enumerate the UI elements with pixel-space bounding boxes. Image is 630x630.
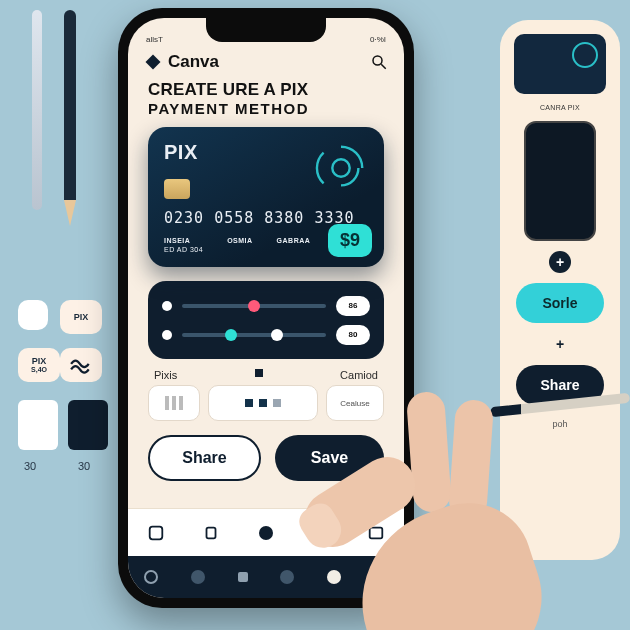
side-panel: CANRA PIX + Sorle + Share poh [500, 20, 620, 560]
side-caption: CANRA PIX [540, 104, 580, 111]
tool-layers-icon[interactable] [198, 520, 224, 546]
action-row: Share Save [128, 421, 404, 489]
tool-color-icon[interactable] [253, 520, 279, 546]
mini-palette[interactable] [208, 385, 318, 421]
tool-effects-icon[interactable] [308, 520, 334, 546]
card-meta-1: INSEIA [164, 237, 203, 244]
desk-num-left: 30 [24, 460, 36, 472]
slider-1[interactable]: 86 [162, 296, 370, 316]
save-button[interactable]: Save [275, 435, 384, 481]
bottom-nav [128, 556, 404, 598]
title-line-2: PAYMENT METHOD [148, 100, 384, 117]
side-thumb-phone[interactable] [524, 121, 596, 241]
card-digits-2: 0558 [214, 209, 254, 227]
page-title: CREATE URE A PIX PAYMENT METHOD [128, 78, 404, 127]
fingerprint-icon [312, 139, 370, 197]
slider-1-knob[interactable] [248, 300, 260, 312]
slider-1-start-icon [162, 301, 172, 311]
pencil-prop [64, 10, 76, 200]
nav-dot-6[interactable] [374, 570, 388, 584]
side-sorle-button[interactable]: Sorle [516, 283, 604, 323]
svg-point-7 [319, 531, 323, 535]
status-right: 0·%I [370, 35, 386, 44]
side-thumb-card[interactable] [514, 34, 606, 94]
label-mid-icon [255, 369, 263, 377]
slider-2-track[interactable] [182, 333, 326, 337]
side-add-button[interactable]: + [549, 251, 571, 273]
side-plus-icon[interactable]: + [549, 333, 571, 355]
sliders-panel: 86 80 [148, 281, 384, 359]
status-left: allsT [146, 35, 163, 44]
pen-prop [32, 10, 42, 210]
desk-tag-light [18, 400, 58, 450]
desk-chip-pix-2: PIX S,4O [18, 348, 60, 382]
desk-chip-pix-2-sub: S,4O [31, 366, 47, 373]
phone-frame: allsT 0·%I Canva CREATE URE A PIX PAYMEN… [118, 8, 414, 608]
desk-tag-dark [68, 400, 108, 450]
slider-2-knob-b[interactable] [271, 329, 283, 341]
svg-point-5 [259, 526, 273, 540]
svg-rect-8 [370, 527, 383, 538]
title-line-1: CREATE URE A PIX [148, 80, 384, 100]
mini-cealuse-label: Cealuse [340, 399, 369, 408]
editor-toolbar [128, 508, 404, 556]
card-holder: ED AD 304 [164, 246, 203, 253]
mini-cealuse[interactable]: Cealuse [326, 385, 384, 421]
svg-rect-3 [149, 526, 162, 539]
labels-row: Pixis Camiod [128, 359, 404, 385]
slider-1-track[interactable] [182, 304, 326, 308]
desk-chip-wave [60, 348, 102, 382]
svg-point-0 [373, 56, 382, 65]
svg-rect-4 [206, 527, 215, 538]
desk-chip-blank [18, 300, 48, 330]
phone-notch [206, 18, 326, 42]
nav-dot-5[interactable] [327, 570, 341, 584]
top-bar: Canva [128, 46, 404, 78]
slider-2[interactable]: 80 [162, 325, 370, 345]
card-number: 0230 0558 8380 3330 [164, 209, 355, 227]
search-icon[interactable] [370, 53, 388, 71]
tool-shapes-icon[interactable] [143, 520, 169, 546]
brand-name: Canva [168, 52, 219, 72]
phone-screen: allsT 0·%I Canva CREATE URE A PIX PAYMEN… [128, 18, 404, 598]
svg-point-2 [332, 159, 349, 176]
card-meta-2: OSMIA [227, 237, 252, 244]
pix-card[interactable]: PIX 0230 0558 8380 3330 INSEIAED AD 304 … [148, 127, 384, 267]
svg-line-1 [381, 64, 386, 69]
card-chip-icon [164, 179, 190, 199]
slider-2-start-icon [162, 330, 172, 340]
tool-more-icon[interactable] [363, 520, 389, 546]
desk-chip-pix-2-label: PIX [32, 357, 47, 366]
card-price-badge: $9 [328, 224, 372, 257]
desk-num-right: 30 [78, 460, 90, 472]
side-foot-label: poh [552, 419, 567, 429]
mini-swatch[interactable] [148, 385, 200, 421]
card-digits-3: 8380 [264, 209, 304, 227]
nav-dot-1[interactable] [144, 570, 158, 584]
slider-2-value: 80 [336, 325, 370, 345]
share-button[interactable]: Share [148, 435, 261, 481]
slider-1-value: 86 [336, 296, 370, 316]
card-meta-3: GABRAA [277, 237, 311, 244]
app-brand[interactable]: Canva [144, 52, 219, 72]
nav-dot-4[interactable] [280, 570, 294, 584]
nav-dot-3[interactable] [238, 572, 248, 582]
label-left: Pixis [154, 369, 177, 381]
slider-2-knob-a[interactable] [225, 329, 237, 341]
label-right: Camiod [340, 369, 378, 381]
desk-chip-pix: PIX [60, 300, 102, 334]
nav-dot-2[interactable] [191, 570, 205, 584]
mini-row: Cealuse [128, 385, 404, 421]
card-meta-row: INSEIAED AD 304 OSMIA GABRAA [164, 237, 310, 253]
brand-logo-icon [144, 53, 162, 71]
card-digits-1: 0230 [164, 209, 204, 227]
